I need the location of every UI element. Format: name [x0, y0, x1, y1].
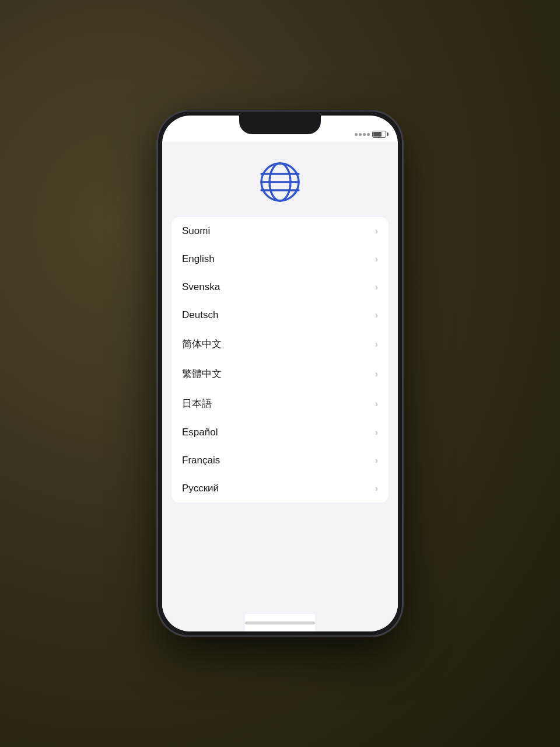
signal-dot-4	[367, 133, 370, 136]
home-indicator	[245, 614, 315, 631]
language-name-svenska: Svenska	[182, 281, 220, 293]
chevron-icon-traditional-chinese: ›	[375, 369, 378, 379]
language-name-suomi: Suomi	[182, 225, 210, 237]
language-name-traditional-chinese: 繁體中文	[182, 367, 222, 381]
signal-dots	[355, 133, 370, 136]
chevron-icon-english: ›	[375, 254, 378, 264]
language-item-suomi[interactable]: Suomi ›	[172, 217, 388, 245]
chevron-icon-simplified-chinese: ›	[375, 339, 378, 350]
chevron-icon-japanese: ›	[375, 399, 378, 409]
chevron-icon-suomi: ›	[375, 226, 378, 236]
battery-area	[355, 131, 386, 138]
globe-icon	[257, 159, 303, 205]
language-item-english[interactable]: English ›	[172, 245, 388, 273]
language-name-deutsch: Deutsch	[182, 309, 218, 321]
signal-dot-1	[355, 133, 358, 136]
chevron-icon-espanol: ›	[375, 427, 378, 438]
phone-screen: Suomi › English › Svenska › Deutsch ›	[162, 116, 398, 631]
globe-section	[245, 141, 315, 217]
language-item-japanese[interactable]: 日本語 ›	[172, 389, 388, 418]
home-bar	[245, 622, 315, 624]
list-container: Suomi › English › Svenska › Deutsch ›	[172, 217, 388, 502]
language-item-svenska[interactable]: Svenska ›	[172, 273, 388, 301]
screen-content: Suomi › English › Svenska › Deutsch ›	[162, 141, 398, 631]
battery-icon	[372, 131, 386, 138]
language-item-deutsch[interactable]: Deutsch ›	[172, 301, 388, 329]
chevron-icon-svenska: ›	[375, 282, 378, 292]
language-name-simplified-chinese: 简体中文	[182, 337, 222, 351]
chevron-icon-deutsch: ›	[375, 310, 378, 320]
language-item-simplified-chinese[interactable]: 简体中文 ›	[172, 329, 388, 359]
language-item-traditional-chinese[interactable]: 繁體中文 ›	[172, 359, 388, 389]
language-item-francais[interactable]: Français ›	[172, 446, 388, 474]
language-name-english: English	[182, 253, 215, 265]
language-list: Suomi › English › Svenska › Deutsch ›	[162, 217, 398, 614]
phone-frame: Suomi › English › Svenska › Deutsch ›	[158, 111, 402, 636]
language-item-espanol[interactable]: Español ›	[172, 418, 388, 446]
language-name-francais: Français	[182, 455, 220, 466]
battery-fill	[373, 132, 382, 137]
language-name-espanol: Español	[182, 427, 218, 438]
signal-dot-3	[363, 133, 366, 136]
language-name-japanese: 日本語	[182, 397, 212, 410]
signal-dot-2	[359, 133, 362, 136]
chevron-icon-francais: ›	[375, 455, 378, 466]
language-name-russian: Русский	[182, 483, 219, 494]
chevron-icon-russian: ›	[375, 483, 378, 494]
notch	[239, 116, 321, 134]
language-item-russian[interactable]: Русский ›	[172, 474, 388, 502]
